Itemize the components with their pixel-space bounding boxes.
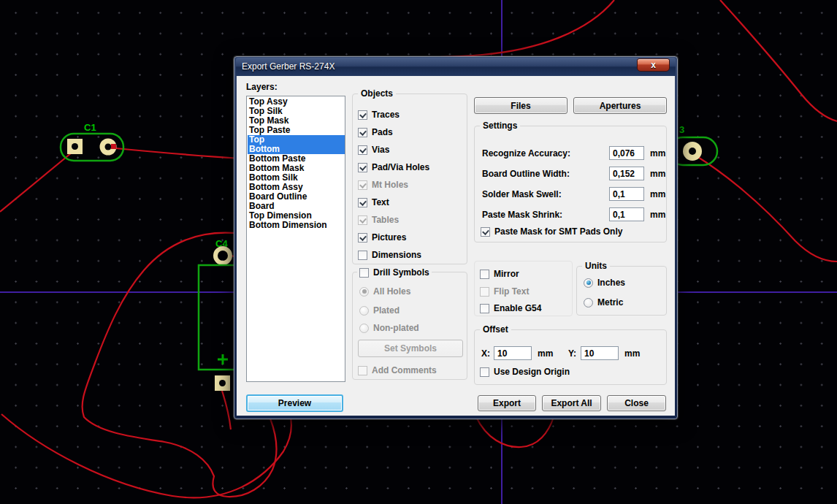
checkbox-icon (358, 366, 367, 375)
solder-mask-swell-label: Solder Mask Swell: (482, 189, 562, 199)
copper-trace[interactable] (476, 417, 554, 447)
checkbox-icon (480, 287, 489, 297)
unit-label: mm (650, 189, 665, 199)
checkbox-icon (480, 304, 489, 313)
pcb-editor-workspace[interactable]: C1 C4 3 Export Gerber RS-274X (0, 0, 837, 504)
checkbox-icon (358, 233, 367, 243)
radio-icon (359, 324, 369, 333)
trace-endpoint-marker (111, 144, 116, 149)
units-group-title: Units (582, 261, 610, 271)
options-panel: Mirror Flip Text Enable G54 (474, 261, 573, 316)
checkbox-icon (358, 145, 367, 155)
checkbox-traces[interactable]: Traces (358, 109, 400, 121)
layer-item[interactable]: Bottom Dimension (248, 221, 345, 230)
settings-group-title: Settings (480, 121, 520, 131)
checkbox-paste-mask-smt-only[interactable]: Paste Mask for SMT Pads Only (481, 226, 622, 237)
board-outline-width-label: Board Outline Width: (482, 169, 570, 179)
settings-group: Settings Recognize Accuracy: mm Board Ou… (474, 126, 667, 243)
copper-trace[interactable] (720, 0, 837, 121)
pad-hole (689, 148, 696, 155)
checkbox-mt-holes[interactable]: Mt Holes (358, 179, 408, 191)
checkbox-enable-g54[interactable]: Enable G54 (480, 302, 541, 314)
component-c1-label: C1 (84, 122, 96, 133)
checkbox-icon (358, 215, 367, 225)
layers-label: Layers: (246, 82, 278, 92)
radio-plated[interactable]: Plated (359, 305, 400, 316)
copper-trace[interactable] (324, 0, 614, 58)
recognize-accuracy-input[interactable] (609, 146, 644, 160)
component-c3-label: 3 (679, 124, 684, 135)
checkbox-icon (481, 227, 490, 237)
unit-label: mm (650, 169, 665, 179)
drill-symbols-group: Drill Symbols All Holes Plated Non-plate… (352, 272, 467, 380)
checkbox-tables[interactable]: Tables (358, 214, 399, 226)
checkbox-icon (359, 268, 369, 278)
pad-hole (219, 380, 226, 386)
copper-trace[interactable] (0, 150, 75, 212)
close-icon: x (651, 60, 656, 70)
set-symbols-button[interactable]: Set Symbols (358, 340, 463, 357)
radio-metric[interactable]: Metric (584, 297, 623, 308)
checkbox-flip-text[interactable]: Flip Text (480, 286, 529, 297)
checkbox-vias[interactable]: Vias (358, 144, 389, 156)
checkbox-icon (480, 270, 489, 279)
checkbox-use-design-origin[interactable]: Use Design Origin (480, 366, 570, 378)
offset-x-unit: mm (538, 348, 553, 359)
layers-listbox[interactable]: Top Assy Top Silk Top Mask Top Paste Top… (246, 96, 345, 382)
radio-icon (359, 287, 369, 297)
radio-icon (584, 298, 593, 308)
export-all-button[interactable]: Export All (542, 395, 601, 411)
pad-ring[interactable] (215, 248, 230, 263)
offset-y-label: Y: (568, 348, 576, 359)
radio-icon (359, 306, 369, 316)
dialog-titlebar: Export Gerber RS-274X x (236, 58, 676, 76)
copper-trace[interactable] (695, 155, 837, 261)
radio-inches[interactable]: Inches (584, 277, 625, 289)
export-button[interactable]: Export (478, 395, 536, 411)
recognize-accuracy-label: Recognize Accuracy: (482, 148, 570, 159)
solder-mask-swell-input[interactable] (609, 187, 644, 201)
copper-trace[interactable] (1, 414, 291, 497)
offset-x-label: X: (481, 348, 490, 359)
objects-group-title: Objects (358, 88, 396, 99)
close-button[interactable]: x (637, 58, 670, 72)
paste-mask-shrink-input[interactable] (609, 207, 644, 221)
checkbox-pictures[interactable]: Pictures (358, 232, 406, 243)
export-gerber-dialog: Export Gerber RS-274X x Layers: Top Assy… (234, 56, 678, 419)
checkbox-drill-symbols[interactable]: Drill Symbols (357, 267, 432, 278)
preview-button[interactable]: Preview (246, 394, 343, 412)
offset-y-unit: mm (624, 348, 640, 359)
checkbox-add-comments[interactable]: Add Comments (358, 364, 437, 376)
checkbox-icon (358, 180, 367, 190)
checkbox-pads[interactable]: Pads (358, 126, 393, 138)
offset-x-input[interactable] (494, 346, 532, 360)
offset-group: Offset X: mm Y: mm Use Design Origin (474, 329, 667, 385)
offset-group-title: Offset (480, 324, 511, 335)
dialog-title: Export Gerber RS-274X (242, 61, 335, 72)
checkbox-icon (358, 198, 367, 207)
checkbox-mirror[interactable]: Mirror (480, 268, 519, 280)
close-dialog-button[interactable]: Close (607, 395, 666, 411)
checkbox-text[interactable]: Text (358, 196, 389, 208)
checkbox-icon (358, 128, 367, 137)
files-button[interactable]: Files (474, 97, 567, 114)
paste-mask-shrink-label: Paste Mask Shrink: (482, 210, 562, 220)
unit-label: mm (650, 148, 665, 159)
copper-trace[interactable] (108, 148, 241, 159)
pad-hole (105, 144, 112, 150)
pad-hole (72, 143, 78, 150)
radio-non-plated[interactable]: Non-plated (359, 322, 419, 334)
copper-trace[interactable] (222, 391, 231, 429)
checkbox-icon (480, 367, 489, 377)
radio-all-holes[interactable]: All Holes (359, 286, 410, 297)
checkbox-dimensions[interactable]: Dimensions (358, 249, 421, 261)
board-outline-width-input[interactable] (609, 167, 644, 180)
component-origin-cross-icon (218, 354, 228, 364)
units-group: Units Inches Metric (576, 266, 667, 316)
apertures-button[interactable]: Apertures (573, 97, 667, 114)
objects-group: Objects Traces Pads Vias Pad/Via Holes M… (352, 93, 467, 264)
offset-y-input[interactable] (581, 346, 619, 360)
checkbox-icon (358, 110, 367, 120)
checkbox-icon (358, 251, 367, 260)
checkbox-pad-via-holes[interactable]: Pad/Via Holes (358, 161, 429, 173)
